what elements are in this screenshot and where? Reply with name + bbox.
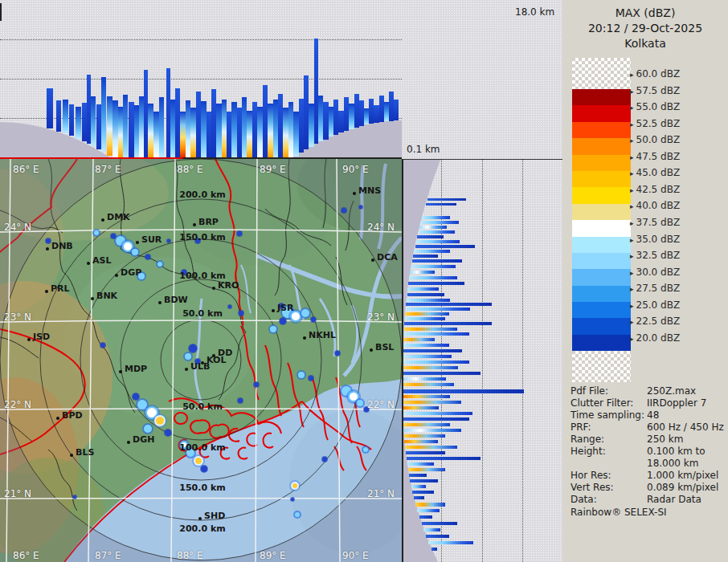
radar-echo [357, 400, 363, 406]
dbz-scale-label: ▸32.5 dBZ [630, 250, 680, 261]
profile-bar [394, 100, 399, 120]
software-brand: Rainbow® SELEX-SI [571, 507, 667, 518]
city-dot [91, 297, 94, 300]
radar-echo [137, 400, 147, 409]
dbz-scale-label: ▸52.5 dBZ [630, 118, 680, 129]
profile-bar [403, 344, 449, 347]
city-dot [56, 417, 59, 420]
profile-bar [422, 522, 457, 525]
radar-echo [195, 458, 202, 464]
radar-echo [335, 351, 340, 356]
meta-label: Data: [571, 494, 597, 505]
profile-bar [403, 429, 461, 432]
profile-bar [403, 360, 469, 364]
profile-bar [257, 107, 263, 158]
range-ring-label: 50.0 km [182, 308, 223, 319]
meta-value: IIRDoppler 7 [647, 397, 706, 409]
profile-bar [231, 102, 237, 158]
city-label: JSD [33, 332, 50, 342]
map-top-border-red-segment [0, 157, 183, 159]
city-dot [158, 301, 162, 304]
dbz-scale-label: ▸37.5 dBZ [630, 217, 680, 228]
radar-echo [292, 312, 300, 320]
profile-bar [417, 509, 440, 512]
profile-bar [403, 389, 524, 393]
meta-row: Pdf File:250Z.max [571, 385, 725, 397]
profile-bar [403, 372, 481, 375]
arrow-icon: ▸ [630, 285, 634, 293]
profile-bar [408, 468, 445, 471]
profile-bar [413, 255, 438, 258]
profile-bar [403, 377, 446, 381]
dbz-scale-label: ▸27.5 dBZ [630, 283, 680, 294]
profile-bar [407, 287, 439, 291]
profile-bar [153, 112, 159, 158]
dbz-scale-label: ▸30.0 dBZ [630, 267, 680, 278]
colorbar-band [572, 105, 631, 121]
colorbar-transparent-high [572, 58, 631, 89]
profile-bar [129, 102, 134, 158]
meta-row: Range:250 km [571, 434, 725, 445]
colorbar-band [572, 237, 631, 253]
profile-bar [417, 235, 444, 238]
arrow-icon: ▸ [630, 153, 634, 161]
profile-bar [414, 496, 424, 499]
radar-echo [156, 417, 164, 425]
radar-echo [144, 425, 152, 433]
city-label: MDP [125, 364, 147, 374]
profile-bar [56, 100, 61, 132]
profile-bar [427, 198, 466, 201]
city-label: BDW [164, 295, 188, 305]
arrow-icon: ▸ [630, 318, 634, 326]
profile-bar [180, 112, 186, 158]
radar-echo [292, 483, 297, 488]
dbz-scale-label: ▸20.0 dBZ [630, 332, 680, 344]
radar-echo [311, 317, 316, 322]
city-dot [46, 247, 49, 250]
radar-echo [301, 309, 309, 317]
height-axis-max-label: 18.0 km [515, 6, 554, 18]
profile-bar [374, 105, 379, 123]
city-label: SUR [141, 234, 162, 245]
city-label: DCA [377, 252, 398, 263]
profile-bar [409, 276, 457, 279]
radar-echo [291, 498, 294, 501]
station-name: Kolkata [562, 37, 728, 50]
profile-bar [405, 317, 445, 320]
meta-label: Height: [571, 446, 606, 457]
radar-echo [342, 208, 346, 213]
lat-label: 21° N [4, 488, 31, 499]
radar-echo [189, 344, 197, 352]
meta-row: Height:0.100 km to [571, 446, 725, 457]
profile-bar [404, 440, 438, 443]
range-ring-label: 150.0 km [179, 232, 225, 242]
profile-bar [338, 111, 344, 132]
city-dot [115, 274, 118, 277]
dbz-scale-label: ▸57.5 dBZ [630, 85, 680, 96]
profile-bar [91, 96, 96, 146]
meta-value: 48 [647, 409, 659, 421]
city-label: ASL [92, 255, 111, 266]
radar-echo [295, 512, 300, 517]
profile-bar [426, 203, 456, 206]
lon-label: 87° E [95, 164, 121, 175]
meta-value: Radar Data [647, 494, 701, 505]
radar-echo [100, 343, 105, 348]
lat-label: 23° N [367, 312, 395, 323]
profile-bar [101, 77, 106, 152]
colorbar-band [572, 253, 631, 269]
profile-bar [404, 328, 457, 331]
city-label: PRL [51, 283, 70, 294]
city-dot [45, 290, 48, 293]
lat-label: 21° N [367, 488, 395, 499]
profile-bar [123, 95, 128, 158]
product-title: MAX (dBZ) [562, 6, 728, 19]
colorbar-band [572, 220, 631, 236]
radar-echo [94, 230, 99, 235]
profile-bar [148, 104, 153, 158]
radar-echo [165, 430, 171, 436]
range-ring-label: 50.0 km [182, 401, 223, 412]
dbz-scale-label: ▸42.5 dBZ [630, 184, 680, 195]
profile-bar [309, 104, 314, 147]
radar-map-panel: 24° N24° N23° N23° N22° N22° N21° N21° N… [0, 159, 402, 562]
